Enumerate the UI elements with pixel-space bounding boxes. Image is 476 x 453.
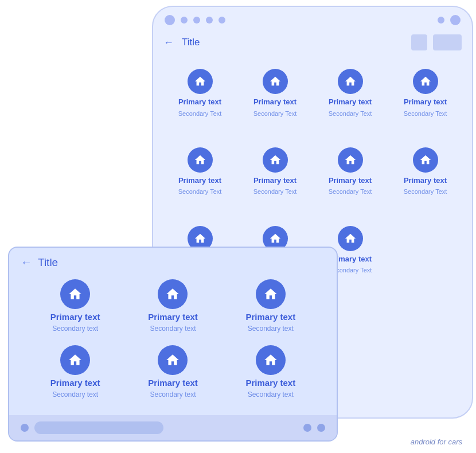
tablet-title: Title <box>38 256 58 269</box>
secondary-text: Secondary text <box>150 390 196 399</box>
secondary-text: Secondary Text <box>178 110 222 118</box>
tablet-grid-item[interactable]: Primary text Secondary text <box>222 339 319 405</box>
home-icon-circle <box>60 279 90 309</box>
phone-grid-item[interactable]: Primary text Secondary Text <box>388 138 463 205</box>
phone-grid-item[interactable]: Primary text Secondary Text <box>162 60 237 127</box>
tablet-bottom-bar <box>9 415 337 440</box>
home-icon-circle <box>188 69 213 94</box>
home-icon-circle <box>338 69 363 94</box>
secondary-text: Secondary Text <box>253 110 297 118</box>
phone-action-square[interactable] <box>411 34 427 50</box>
tab-dot-1 <box>21 424 29 432</box>
phone-back-icon[interactable]: ← <box>163 37 174 49</box>
tablet-top-bar: ← Title <box>9 248 337 274</box>
secondary-text: Secondary Text <box>329 110 372 118</box>
phone-title: Title <box>182 37 405 48</box>
status-dot-1 <box>181 17 188 24</box>
home-icon-circle <box>158 345 188 375</box>
phone-grid-item[interactable]: Primary text Secondary Text <box>313 60 388 127</box>
tablet-back-icon[interactable]: ← <box>21 256 32 269</box>
tab-dot-3 <box>317 424 325 432</box>
home-icon-circle <box>338 147 363 173</box>
status-dot-5 <box>438 17 444 24</box>
secondary-text: Secondary text <box>52 325 98 333</box>
phone-grid-row-1: Primary text Secondary Text Primary text… <box>153 57 472 136</box>
tablet-grid-item[interactable]: Primary text Secondary text <box>124 339 221 405</box>
tablet-grid-item[interactable]: Primary text Secondary text <box>26 339 124 405</box>
primary-text: Primary text <box>245 312 295 322</box>
secondary-text: Secondary Text <box>253 188 297 196</box>
primary-text: Primary text <box>148 378 198 388</box>
primary-text: Primary text <box>148 312 198 322</box>
home-icon-circle <box>256 345 286 375</box>
home-icon-circle <box>338 226 363 251</box>
secondary-text: Secondary text <box>150 325 196 333</box>
status-dot-2 <box>193 17 200 24</box>
home-icon-circle <box>413 69 438 94</box>
secondary-text: Secondary Text <box>404 110 447 118</box>
secondary-text: Secondary Text <box>404 188 447 196</box>
status-dot-4 <box>219 17 225 24</box>
tablet-grid-item[interactable]: Primary text Secondary text <box>222 274 319 339</box>
primary-text: Primary text <box>50 312 100 322</box>
secondary-text: Secondary Text <box>329 188 372 196</box>
status-dot-large-2 <box>450 15 461 25</box>
tablet-grid-row-1: Primary text Secondary text Primary text… <box>9 274 337 339</box>
status-dot-3 <box>206 17 213 24</box>
primary-text: Primary text <box>178 176 221 185</box>
tablet-grid-item[interactable]: Primary text Secondary text <box>26 274 124 339</box>
tab-bar-long[interactable] <box>34 421 163 434</box>
android-label: android for cars <box>411 438 462 446</box>
phone-grid-item[interactable]: Primary text Secondary Text <box>313 138 388 205</box>
phone-action-rect[interactable] <box>433 34 462 50</box>
primary-text: Primary text <box>245 378 295 388</box>
secondary-text: Secondary text <box>52 390 98 399</box>
secondary-text: Secondary Text <box>178 188 222 196</box>
primary-text: Primary text <box>329 176 372 185</box>
status-dot-large <box>165 15 175 25</box>
phone-grid-item[interactable]: Primary text Secondary Text <box>237 60 313 127</box>
phone-grid-item[interactable]: Primary text Secondary Text <box>162 138 237 205</box>
primary-text: Primary text <box>253 97 296 107</box>
home-icon-circle <box>263 69 288 94</box>
tab-dot-2 <box>303 424 311 432</box>
primary-text: Primary text <box>404 97 447 107</box>
tablet-frame: ← Title Primary text Secondary text Prim… <box>8 247 338 442</box>
phone-grid-item[interactable]: Primary text Secondary Text <box>237 138 313 205</box>
primary-text: Primary text <box>178 97 221 107</box>
tablet-grid-item[interactable]: Primary text Secondary text <box>124 274 221 339</box>
phone-top-bar: ← Title <box>153 31 472 57</box>
primary-text: Primary text <box>253 176 296 185</box>
tablet-grid-row-2: Primary text Secondary text Primary text… <box>9 339 337 405</box>
phone-grid-row-2: Primary text Secondary Text Primary text… <box>153 136 472 214</box>
home-icon-circle <box>158 279 188 309</box>
primary-text: Primary text <box>329 97 372 107</box>
home-icon-circle <box>413 147 438 173</box>
home-icon-circle <box>256 279 286 309</box>
phone-grid-item[interactable]: Primary text Secondary Text <box>388 60 463 127</box>
home-icon-circle <box>188 147 213 173</box>
primary-text: Primary text <box>404 176 447 185</box>
home-icon-circle <box>263 147 288 173</box>
phone-status-bar <box>153 7 472 31</box>
secondary-text: Secondary text <box>248 325 294 333</box>
android-label-text: android for cars <box>411 438 462 446</box>
secondary-text: Secondary text <box>248 390 294 399</box>
primary-text: Primary text <box>50 378 100 388</box>
home-icon-circle <box>60 345 90 375</box>
